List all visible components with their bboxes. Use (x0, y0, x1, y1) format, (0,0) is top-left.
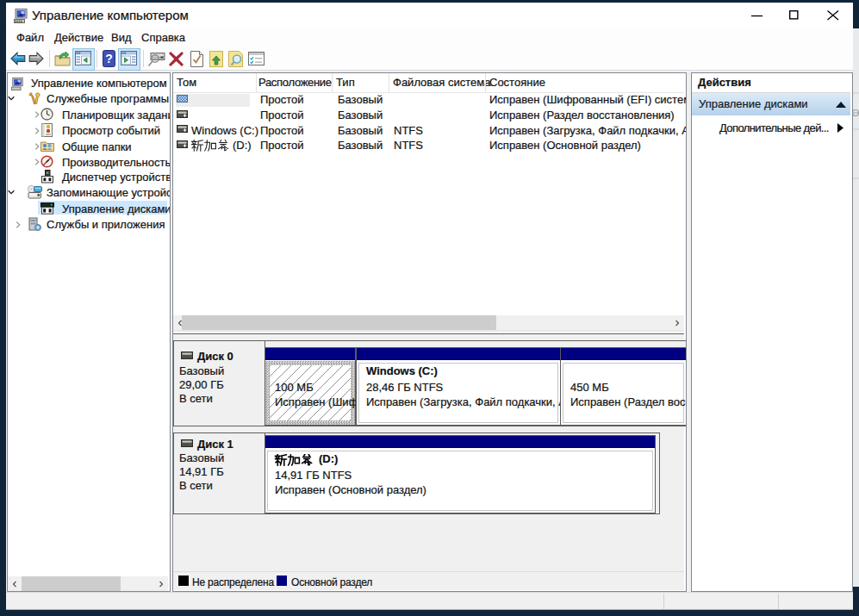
svg-text:?: ? (105, 52, 113, 65)
